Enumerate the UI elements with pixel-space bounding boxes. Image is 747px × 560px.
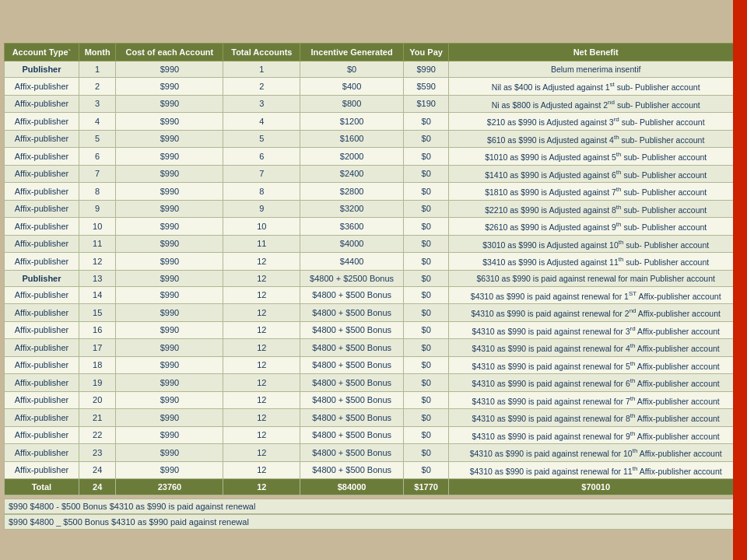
note-line-1: $990 $4800 - $500 Bonus $4310 as $990 is… xyxy=(4,499,743,514)
cell-net-benefit: $4310 as $990 is paid against renewal fo… xyxy=(449,391,743,409)
table-row: Affix-publisher 12 $990 12 $4400 $0 $341… xyxy=(5,253,743,271)
cell-net-benefit: $6310 as $990 is paid against renewal fo… xyxy=(449,270,743,286)
cell-total: 12 xyxy=(223,426,300,444)
cell-incentive: $4800 + $500 Bonus xyxy=(300,391,404,409)
notes-section: $990 $4800 - $500 Bonus $4310 as $990 is… xyxy=(4,499,743,530)
table-row: Affix-publisher 23 $990 12 $4800 + $500 … xyxy=(5,444,743,462)
cell-cost: $990 xyxy=(116,113,223,131)
cell-account-type: Affix-publisher xyxy=(5,461,79,479)
cell-total: 12 xyxy=(223,356,300,374)
cell-account-type: Affix-publisher xyxy=(5,183,79,201)
cell-incentive: $800 xyxy=(300,95,404,113)
cell-cost: $990 xyxy=(116,130,223,148)
cell-cost: $990 xyxy=(116,409,223,427)
cell-account-type: Affix-publisher xyxy=(5,391,79,409)
cell-account-type: Affix-publisher xyxy=(5,165,79,183)
cell-net-benefit: $4310 as $990 is paid against renewal fo… xyxy=(449,356,743,374)
cell-net-benefit: $2210 as $990 is Adjusted against 8th su… xyxy=(449,200,743,218)
cell-net-benefit: $4310 as $990 is paid against renewal fo… xyxy=(449,409,743,427)
cell-cost: $990 xyxy=(116,95,223,113)
cell-you-pay: $590 xyxy=(403,78,448,96)
cell-incentive: $4800 + $500 Bonus xyxy=(300,356,404,374)
header-you-pay: You Pay xyxy=(403,44,448,61)
cell-month: 20 xyxy=(79,391,116,409)
table-row: Affix-publisher 2 $990 2 $400 $590 Nil a… xyxy=(5,78,743,96)
cell-month: 23 xyxy=(79,444,116,462)
cell-incentive: $4800 + $500 Bonus xyxy=(300,304,404,322)
cell-total: 12 xyxy=(223,339,300,357)
cell-cost: $990 xyxy=(116,253,223,271)
table-row: Affix-publisher 22 $990 12 $4800 + $500 … xyxy=(5,426,743,444)
table-row: Affix-publisher 8 $990 8 $2800 $0 $1810 … xyxy=(5,183,743,201)
header-cost: Cost of each Account xyxy=(116,44,223,61)
header-account-type: Account Type` xyxy=(5,44,79,61)
table-row: Affix-publisher 7 $990 7 $2400 $0 $1410 … xyxy=(5,165,743,183)
cell-you-pay: $0 xyxy=(403,391,448,409)
cell-incentive: $4800 + $500 Bonus xyxy=(300,321,404,339)
cell-net-benefit: $4310 as $990 is paid against renewal fo… xyxy=(449,304,743,322)
cell-total: 12 xyxy=(223,304,300,322)
cell-account-type: Affix-publisher xyxy=(5,95,79,113)
cell-total: 7 xyxy=(223,165,300,183)
cell-incentive: $4800 + $2500 Bonus xyxy=(300,270,404,286)
header-total: Total Accounts xyxy=(223,44,300,61)
cell-you-pay: $0 xyxy=(403,409,448,427)
cell-incentive: $4800 + $500 Bonus xyxy=(300,339,404,357)
total-label: Total xyxy=(5,479,79,495)
cell-total: 12 xyxy=(223,461,300,479)
cell-net-benefit: $4310 as $990 is paid against renewal fo… xyxy=(449,426,743,444)
cell-total: 12 xyxy=(223,444,300,462)
cell-cost: $990 xyxy=(116,78,223,96)
total-incentive: $84000 xyxy=(300,479,404,495)
cell-net-benefit: $4310 as $990 is paid against renewal fo… xyxy=(449,339,743,357)
cell-you-pay: $0 xyxy=(403,165,448,183)
cell-cost: $990 xyxy=(116,218,223,236)
cell-you-pay: $0 xyxy=(403,218,448,236)
table-row: Affix-publisher 20 $990 12 $4800 + $500 … xyxy=(5,391,743,409)
header-month: Month xyxy=(79,44,116,61)
cell-total: 3 xyxy=(223,95,300,113)
cell-account-type: Affix-publisher xyxy=(5,304,79,322)
cell-net-benefit: $4310 as $990 is paid against renewal fo… xyxy=(449,461,743,479)
cell-total: 12 xyxy=(223,321,300,339)
cell-you-pay: $0 xyxy=(403,356,448,374)
cell-month: 5 xyxy=(79,130,116,148)
cell-incentive: $4000 xyxy=(300,235,404,253)
table-row: Affix-publisher 24 $990 12 $4800 + $500 … xyxy=(5,461,743,479)
cell-month: 12 xyxy=(79,253,116,271)
cell-total: 9 xyxy=(223,200,300,218)
cell-cost: $990 xyxy=(116,183,223,201)
cell-month: 19 xyxy=(79,374,116,392)
cell-account-type: Publisher xyxy=(5,61,79,78)
total-net: $70010 xyxy=(449,479,743,495)
cell-cost: $990 xyxy=(116,374,223,392)
cell-month: 10 xyxy=(79,218,116,236)
header-incentive: Incentive Generated xyxy=(300,44,404,61)
cell-account-type: Affix-publisher xyxy=(5,130,79,148)
cell-net-benefit: Nil as $400 is Adjusted against 1st sub-… xyxy=(449,78,743,96)
cell-incentive: $0 xyxy=(300,61,404,78)
cell-account-type: Affix-publisher xyxy=(5,321,79,339)
cell-total: 2 xyxy=(223,78,300,96)
cell-net-benefit: $3010 as $990 is Adjusted against 10th s… xyxy=(449,235,743,253)
cell-you-pay: $0 xyxy=(403,253,448,271)
cell-you-pay: $0 xyxy=(403,426,448,444)
cell-total: 12 xyxy=(223,253,300,271)
cell-total: 12 xyxy=(223,270,300,286)
cell-total: 12 xyxy=(223,374,300,392)
cell-incentive: $400 xyxy=(300,78,404,96)
cell-incentive: $4800 + $500 Bonus xyxy=(300,374,404,392)
cell-incentive: $4800 + $500 Bonus xyxy=(300,444,404,462)
cell-you-pay: $990 xyxy=(403,61,448,78)
total-month: 24 xyxy=(79,479,116,495)
cell-you-pay: $0 xyxy=(403,286,448,304)
header-net-benefit: Net Benefit xyxy=(449,44,743,61)
cell-incentive: $2000 xyxy=(300,148,404,166)
cell-month: 3 xyxy=(79,95,116,113)
cell-account-type: Affix-publisher xyxy=(5,253,79,271)
cell-cost: $990 xyxy=(116,461,223,479)
cell-cost: $990 xyxy=(116,61,223,78)
cell-month: 24 xyxy=(79,461,116,479)
cell-total: 12 xyxy=(223,286,300,304)
cell-month: 14 xyxy=(79,286,116,304)
